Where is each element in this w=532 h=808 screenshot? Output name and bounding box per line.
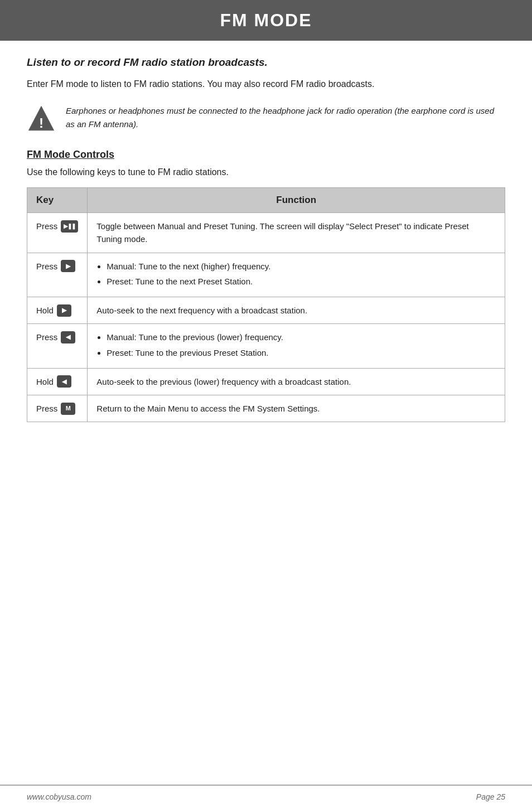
table-row: Hold◀Auto-seek to the previous (lower) f… [27, 368, 505, 395]
table-row: Press▶❚❚Toggle between Manual and Preset… [27, 213, 505, 253]
subtitle: Listen to or record FM radio station bro… [27, 56, 505, 69]
table-col-key: Key [27, 188, 88, 213]
key-icon: ◀ [61, 331, 75, 343]
key-icon: ▶ [61, 260, 75, 272]
key-cell: Hold▶ [27, 297, 88, 324]
key-cell: Press◀ [27, 324, 88, 369]
warning-icon: ! [27, 104, 56, 133]
section-title: FM Mode Controls [27, 149, 505, 161]
function-list: Manual: Tune to the previous (lower) fre… [96, 331, 496, 359]
function-list-item: Preset: Tune to the previous Preset Stat… [107, 346, 496, 359]
key-icon: ▶❚❚ [61, 220, 78, 233]
function-text: Auto-seek to the next frequency with a b… [96, 306, 307, 315]
function-cell: Manual: Tune to the previous (lower) fre… [88, 324, 505, 369]
table-col-function: Function [88, 188, 505, 213]
table-row: Press◀Manual: Tune to the previous (lowe… [27, 324, 505, 369]
controls-table: Key Function Press▶❚❚Toggle between Manu… [27, 187, 505, 422]
key-cell: Press▶❚❚ [27, 213, 88, 253]
warning-text: Earphones or headphones must be connecte… [66, 104, 505, 131]
function-list: Manual: Tune to the next (higher) freque… [96, 260, 496, 288]
key-icon: ◀ [57, 375, 71, 388]
page-header: FM MODE [0, 0, 532, 41]
function-text: Auto-seek to the previous (lower) freque… [96, 377, 351, 386]
key-cell: Hold◀ [27, 368, 88, 395]
key-label: Press [36, 331, 57, 343]
function-list-item: Manual: Tune to the next (higher) freque… [107, 260, 496, 273]
main-content: Listen to or record FM radio station bro… [0, 41, 532, 785]
function-text: Return to the Main Menu to access the FM… [96, 404, 320, 413]
function-list-item: Manual: Tune to the previous (lower) fre… [107, 331, 496, 343]
key-label: Press [36, 402, 57, 415]
table-row: Press▶Manual: Tune to the next (higher) … [27, 253, 505, 297]
page-footer: www.cobyusa.com Page 25 [0, 785, 532, 808]
key-cell: Press▶ [27, 253, 88, 297]
key-label: Press [36, 220, 57, 233]
page-title: FM MODE [11, 10, 521, 31]
key-label: Hold [36, 304, 54, 317]
table-row: PressMReturn to the Main Menu to access … [27, 395, 505, 422]
key-icon: M [61, 403, 75, 415]
key-label: Press [36, 260, 57, 273]
key-cell: PressM [27, 395, 88, 422]
warning-box: ! Earphones or headphones must be connec… [27, 104, 505, 133]
section-intro: Use the following keys to tune to FM rad… [27, 167, 505, 177]
function-cell: Manual: Tune to the next (higher) freque… [88, 253, 505, 297]
function-cell: Auto-seek to the previous (lower) freque… [88, 368, 505, 395]
key-icon: ▶ [57, 304, 71, 317]
function-cell: Toggle between Manual and Preset Tuning.… [88, 213, 505, 253]
table-row: Hold▶Auto-seek to the next frequency wit… [27, 297, 505, 324]
function-list-item: Preset: Tune to the next Preset Station. [107, 275, 496, 288]
function-cell: Auto-seek to the next frequency with a b… [88, 297, 505, 324]
intro-text: Enter FM mode to listen to FM radio stat… [27, 78, 505, 91]
svg-text:!: ! [39, 115, 43, 130]
footer-website: www.cobyusa.com [27, 792, 91, 801]
function-text: Toggle between Manual and Preset Tuning.… [96, 221, 468, 244]
footer-page: Page 25 [476, 792, 505, 801]
function-cell: Return to the Main Menu to access the FM… [88, 395, 505, 422]
key-label: Hold [36, 375, 54, 388]
